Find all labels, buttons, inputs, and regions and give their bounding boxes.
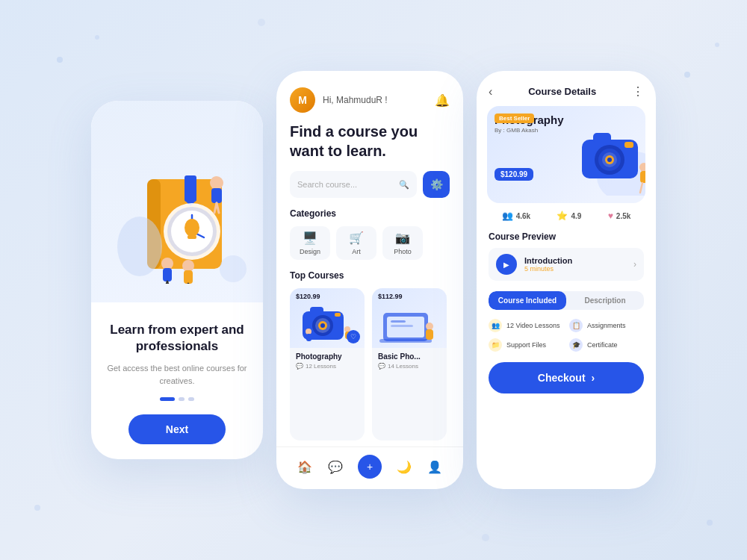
assignments-label: Assignments bbox=[587, 322, 626, 329]
home-title: Find a course you want to learn. bbox=[276, 122, 463, 171]
certificate-label: Certificate bbox=[587, 341, 618, 349]
video-lessons-icon: 👥 bbox=[489, 319, 502, 332]
nav-moon[interactable]: 🌙 bbox=[397, 460, 412, 474]
back-button[interactable]: ‹ bbox=[489, 85, 492, 99]
included-video-lessons: 👥 12 Video Lessons bbox=[489, 319, 563, 332]
course-hero: Photography By : GMB Akash Best Seller $… bbox=[487, 106, 645, 203]
preview-label: Course Preview bbox=[489, 231, 644, 242]
included-support-files: 📁 Support Files bbox=[489, 338, 563, 352]
preview-item[interactable]: ▶ Introduction 5 minutes › bbox=[489, 248, 644, 281]
svg-rect-35 bbox=[310, 307, 323, 314]
dot-1 bbox=[160, 397, 175, 401]
rating-value: 4.9 bbox=[571, 212, 581, 220]
tab-course-included[interactable]: Course Included bbox=[489, 291, 566, 310]
checkout-button[interactable]: Checkout › bbox=[489, 362, 644, 393]
bottom-nav: 🏠 💬 + 🌙 👤 bbox=[276, 447, 463, 489]
svg-point-50 bbox=[426, 323, 433, 330]
svg-rect-44 bbox=[306, 334, 311, 341]
photo-label: Photo bbox=[394, 248, 412, 255]
onboarding-phone: Learn from expert and professionals Get … bbox=[91, 101, 263, 459]
svg-rect-49 bbox=[391, 325, 413, 327]
course-card-basic[interactable]: $112.99 Basic Pho... 💬 bbox=[372, 288, 447, 441]
svg-rect-29 bbox=[184, 270, 193, 284]
course-tabs: Course Included Description bbox=[489, 291, 644, 310]
onboarding-text: Learn from expert and professionals Get … bbox=[91, 302, 263, 459]
svg-point-6 bbox=[258, 19, 265, 26]
home-phone: M Hi, MahmuduR ! 🔔 Find a course you wan… bbox=[276, 71, 463, 489]
play-button[interactable]: ▶ bbox=[496, 254, 517, 275]
search-placeholder: Search course... bbox=[297, 180, 357, 189]
avatar: M bbox=[290, 87, 315, 113]
svg-rect-10 bbox=[185, 175, 196, 202]
category-design[interactable]: 🖥️ Design bbox=[290, 226, 330, 260]
onboarding-illustration bbox=[91, 101, 263, 302]
lessons-icon2: 💬 bbox=[378, 363, 385, 370]
checkout-arrow: › bbox=[592, 372, 595, 384]
design-icon: 🖥️ bbox=[303, 231, 317, 245]
next-button[interactable]: Next bbox=[128, 414, 226, 444]
favorite-btn-1[interactable]: ♡ bbox=[347, 330, 360, 343]
category-photo[interactable]: 📷 Photo bbox=[382, 226, 423, 260]
stat-students: 👥 4.6k bbox=[502, 211, 530, 221]
support-files-label: Support Files bbox=[506, 341, 546, 349]
nav-user[interactable]: 👤 bbox=[427, 460, 442, 474]
nav-plus[interactable]: + bbox=[358, 455, 382, 479]
course-card-info-1: Photography 💬 12 Lessons bbox=[290, 348, 365, 374]
course-img-basic: $112.99 bbox=[372, 288, 447, 348]
preview-duration: 5 minutes bbox=[524, 265, 626, 273]
category-art[interactable]: 🛒 Art bbox=[336, 226, 376, 260]
art-label: Art bbox=[352, 248, 361, 255]
included-assignments: 📋 Assignments bbox=[569, 319, 644, 332]
svg-point-33 bbox=[220, 255, 247, 282]
svg-rect-51 bbox=[426, 329, 433, 340]
course-name-1: Photography bbox=[296, 352, 359, 361]
svg-rect-60 bbox=[624, 142, 633, 148]
hero-price: $120.99 bbox=[495, 168, 533, 181]
course-card-photography[interactable]: $120.99 ♡ bbox=[290, 288, 365, 441]
course-lessons-1: 💬 12 Lessons bbox=[296, 363, 359, 370]
art-icon: 🛒 bbox=[349, 231, 364, 245]
assignments-icon: 📋 bbox=[569, 319, 583, 332]
svg-point-5 bbox=[707, 520, 713, 526]
greeting-text: Hi, MahmuduR ! bbox=[323, 95, 388, 105]
course-details-phone: ‹ Course Details ⋮ Photography By : GMB … bbox=[477, 71, 656, 489]
svg-rect-48 bbox=[391, 320, 406, 323]
certificate-icon: 🎓 bbox=[569, 338, 583, 352]
course-card-info-2: Basic Pho... 💬 14 Lessons bbox=[372, 348, 447, 374]
svg-point-1 bbox=[95, 35, 99, 40]
svg-point-24 bbox=[161, 258, 173, 270]
likes-count: 2.5k bbox=[616, 212, 630, 220]
search-icon: 🔍 bbox=[399, 180, 409, 190]
support-files-icon: 📁 bbox=[489, 338, 502, 352]
svg-line-27 bbox=[167, 281, 170, 284]
video-lessons-label: 12 Video Lessons bbox=[506, 322, 560, 329]
nav-chat[interactable]: 💬 bbox=[328, 460, 343, 474]
categories-label: Categories bbox=[276, 208, 463, 226]
best-seller-badge: Best Seller bbox=[495, 113, 534, 123]
svg-point-0 bbox=[57, 57, 63, 63]
course-preview-section: Course Preview ▶ Introduction 5 minutes … bbox=[477, 228, 656, 287]
more-options-button[interactable]: ⋮ bbox=[632, 84, 644, 99]
students-icon: 👥 bbox=[502, 211, 513, 221]
search-box[interactable]: Search course... 🔍 bbox=[290, 171, 417, 198]
svg-rect-40 bbox=[335, 313, 341, 317]
top-courses-label: Top Courses bbox=[276, 270, 463, 288]
dot-3 bbox=[188, 397, 194, 401]
details-title: Course Details bbox=[498, 86, 626, 97]
course-name-2: Basic Pho... bbox=[378, 352, 441, 361]
home-header: M Hi, MahmuduR ! 🔔 bbox=[276, 71, 463, 122]
course-lessons-2: 💬 14 Lessons bbox=[378, 363, 441, 370]
nav-home[interactable]: 🏠 bbox=[297, 460, 312, 474]
svg-rect-47 bbox=[379, 339, 432, 343]
filter-button[interactable]: ⚙️ bbox=[423, 171, 450, 198]
svg-point-39 bbox=[320, 323, 325, 328]
svg-rect-21 bbox=[211, 188, 222, 203]
notification-icon[interactable]: 🔔 bbox=[435, 93, 450, 108]
star-icon: ⭐ bbox=[557, 211, 568, 221]
svg-point-4 bbox=[34, 505, 40, 511]
svg-rect-19 bbox=[187, 235, 196, 239]
svg-rect-54 bbox=[593, 133, 611, 143]
checkout-label: Checkout bbox=[538, 372, 586, 384]
preview-title: Introduction bbox=[524, 256, 626, 265]
tab-description[interactable]: Description bbox=[566, 291, 644, 310]
